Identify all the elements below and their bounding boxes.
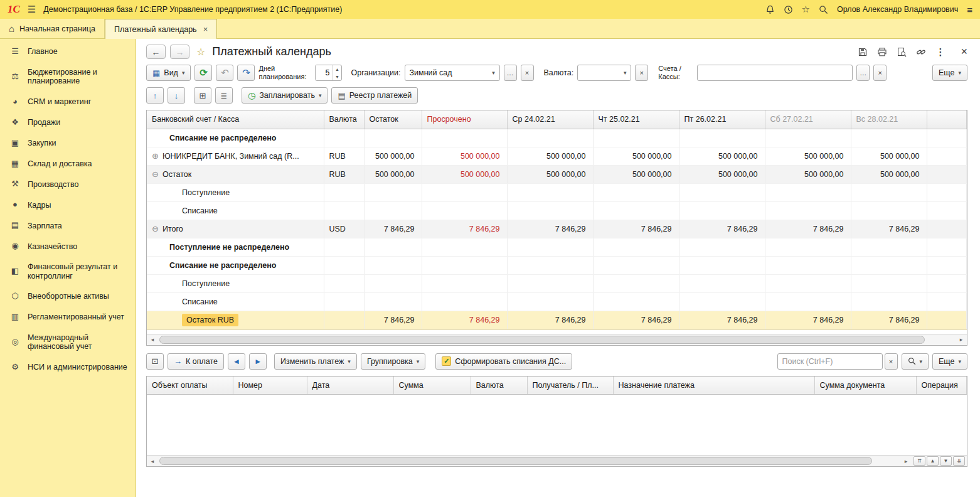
row-up-icon[interactable]: ▲	[927, 456, 939, 466]
calendar-row[interactable]: Остаток RUB7 846,297 846,297 846,297 846…	[147, 311, 967, 329]
scroll-right-icon[interactable]: ▸	[900, 456, 912, 466]
value-cell[interactable]: 7 846,29	[507, 220, 593, 238]
history-icon[interactable]	[784, 5, 793, 14]
planning-days-input[interactable]	[316, 65, 332, 80]
value-cell[interactable]	[679, 256, 765, 274]
collapse-icon[interactable]: ⊖	[152, 224, 159, 233]
calendar-row[interactable]: Поступление не распределено	[147, 238, 967, 256]
calendar-row[interactable]: ⊖ОстатокRUB500 000,00500 000,00500 000,0…	[147, 165, 967, 183]
go-first-icon[interactable]: ⇈	[913, 456, 925, 466]
edit-payment-button[interactable]: Изменить платеж ▾	[274, 353, 357, 370]
currency-cell[interactable]: USD	[324, 220, 364, 238]
value-cell[interactable]	[593, 292, 679, 311]
calendar-hscrollbar[interactable]: ◂ ▸	[147, 334, 967, 345]
value-cell[interactable]: 7 846,29	[765, 220, 851, 238]
value-cell[interactable]	[364, 256, 422, 274]
value-cell[interactable]: 500 000,00	[851, 165, 927, 183]
calendar-row[interactable]: Списание не распределено	[147, 256, 967, 274]
value-cell[interactable]	[851, 292, 927, 311]
back-button[interactable]: ←	[146, 45, 166, 59]
value-cell[interactable]	[765, 292, 851, 311]
scroll-left-icon[interactable]: ◂	[147, 456, 158, 466]
sidebar-item-hr[interactable]: ●Кадры	[0, 195, 136, 215]
scroll-thumb[interactable]	[159, 457, 872, 465]
accounts-select-button[interactable]: …	[856, 65, 870, 81]
calendar-column-header[interactable]: Просрочено	[422, 110, 507, 129]
save-settings-icon[interactable]	[858, 47, 868, 57]
calendar-row[interactable]: Списание не распределено	[147, 129, 967, 147]
value-cell[interactable]	[679, 292, 765, 311]
service-panel-icon[interactable]: ≡	[967, 4, 972, 15]
value-cell[interactable]	[507, 274, 593, 292]
calendar-row[interactable]: ⊖ИтогоUSD7 846,297 846,297 846,297 846,2…	[147, 220, 967, 238]
calendar-column-header[interactable]: Валюта	[324, 110, 364, 129]
value-cell[interactable]	[679, 183, 765, 201]
more-actions-icon[interactable]: ⋮	[935, 46, 945, 58]
value-cell[interactable]	[507, 238, 593, 256]
value-cell[interactable]: 500 000,00	[765, 165, 851, 183]
value-cell[interactable]: 7 846,29	[364, 311, 422, 329]
value-cell[interactable]: 500 000,00	[507, 165, 593, 183]
value-cell[interactable]	[507, 292, 593, 311]
payments-column-header[interactable]: Назначение платежа	[613, 377, 814, 395]
value-cell[interactable]: 500 000,00	[593, 165, 679, 183]
value-cell[interactable]: 500 000,00	[364, 147, 422, 165]
sidebar-item-production[interactable]: ⚒Производство	[0, 174, 136, 195]
currency-cell[interactable]: RUB	[324, 165, 364, 183]
value-cell[interactable]	[422, 274, 507, 292]
value-cell[interactable]	[422, 238, 507, 256]
value-cell[interactable]	[507, 129, 593, 147]
current-user[interactable]: Орлов Александр Владимирович	[837, 5, 958, 14]
currency-cell[interactable]: RUB	[324, 147, 364, 165]
sidebar-item-sales[interactable]: ❖Продажи	[0, 112, 136, 133]
scroll-track[interactable]	[158, 456, 900, 466]
row-label-cell[interactable]: Списание	[147, 292, 324, 311]
go-last-icon[interactable]: ⇊	[953, 456, 965, 466]
currency-cell[interactable]	[324, 129, 364, 147]
prev-item-button[interactable]: ◂	[228, 353, 245, 370]
value-cell[interactable]: 500 000,00	[422, 147, 507, 165]
value-cell[interactable]: 7 846,29	[507, 311, 593, 329]
value-cell[interactable]	[765, 256, 851, 274]
notifications-bell-icon[interactable]	[765, 5, 775, 14]
close-form-icon[interactable]: ×	[961, 45, 967, 58]
value-cell[interactable]	[765, 201, 851, 220]
scroll-track[interactable]	[158, 334, 956, 345]
search-input[interactable]	[777, 353, 883, 370]
calendar-column-header[interactable]: Сб 27.02.21	[765, 110, 851, 129]
value-cell[interactable]	[593, 201, 679, 220]
search-icon[interactable]	[819, 5, 828, 14]
value-cell[interactable]	[679, 201, 765, 220]
value-cell[interactable]	[765, 274, 851, 292]
sidebar-item-regulated[interactable]: ▥Регламентированный учет	[0, 307, 136, 328]
value-cell[interactable]: 500 000,00	[507, 147, 593, 165]
value-cell[interactable]	[364, 183, 422, 201]
organizations-clear-button[interactable]: ×	[521, 65, 534, 81]
sidebar-item-nsi-admin[interactable]: ⚙НСИ и администрирование	[0, 357, 136, 378]
scroll-right-icon[interactable]: ▸	[956, 334, 967, 345]
chevron-down-icon[interactable]: ▾	[619, 70, 631, 76]
value-cell[interactable]	[851, 274, 927, 292]
value-cell[interactable]	[364, 201, 422, 220]
value-cell[interactable]	[679, 274, 765, 292]
value-cell[interactable]: 7 846,29	[851, 220, 927, 238]
more-button-bottom[interactable]: Еще ▾	[932, 353, 967, 370]
value-cell[interactable]	[593, 238, 679, 256]
tree-levels-button[interactable]: ≣	[215, 87, 233, 104]
row-down-icon[interactable]: ▼	[940, 456, 952, 466]
value-cell[interactable]	[851, 256, 927, 274]
scroll-left-icon[interactable]: ◂	[147, 334, 158, 345]
tab-close-icon[interactable]: ×	[203, 24, 208, 34]
organizations-select-button[interactable]: …	[504, 65, 517, 81]
refresh-button[interactable]: ⟳	[194, 65, 212, 81]
value-cell[interactable]	[507, 183, 593, 201]
add-to-favorites-icon[interactable]: ☆	[196, 46, 205, 58]
value-cell[interactable]: 7 846,29	[364, 220, 422, 238]
expand-icon[interactable]: ⊕	[152, 151, 159, 161]
row-label-cell[interactable]: ⊖Итого	[147, 220, 324, 238]
view-button[interactable]: ▦ Вид ▾	[146, 65, 191, 81]
stepper-up-icon[interactable]: ▲	[333, 65, 341, 73]
print-icon[interactable]	[877, 47, 887, 57]
value-cell[interactable]: 7 846,29	[422, 220, 507, 238]
dock-window-button[interactable]: ⊡	[146, 353, 164, 370]
